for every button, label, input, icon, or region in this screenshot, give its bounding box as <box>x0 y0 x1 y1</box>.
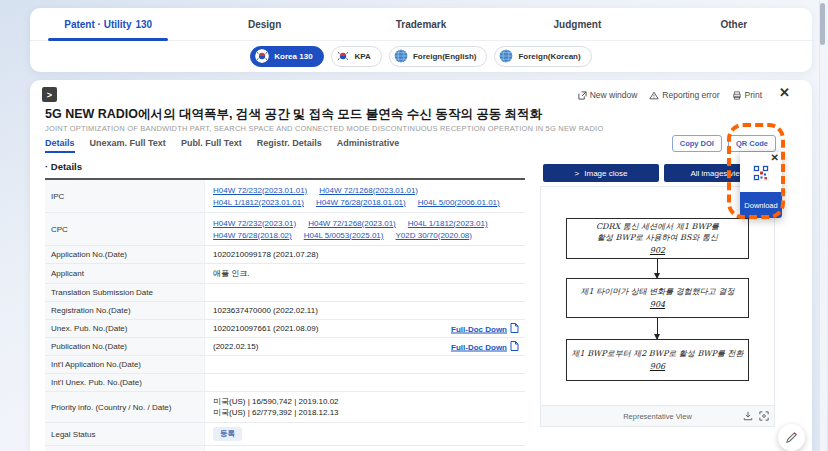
top-tab-trademark[interactable]: Trademark <box>343 8 499 40</box>
classification-link[interactable]: H04W 72/232(2023.01) <box>213 219 296 228</box>
classification-link[interactable]: H04W 72/1268(2023.01) <box>308 219 396 228</box>
row-label: Translation Submission Date <box>45 284 205 301</box>
flow-text-line: 활성 BWP로 사용하여 BS와 통신 <box>597 232 718 243</box>
table-row: Translation Submission Date <box>45 284 525 302</box>
classification-link[interactable]: H04W 76/28(2018.02) <box>213 231 292 240</box>
feedback-edit-button[interactable] <box>778 424 805 451</box>
image-close-button[interactable]: > Image close <box>543 164 659 182</box>
copy-doi-button[interactable]: Copy DOI <box>672 135 722 152</box>
classification-link[interactable]: H04L 5/00(2006.01.01) <box>418 198 500 207</box>
classification-links: H04W 72/232(2023.01.01)H04W 72/1268(2023… <box>213 186 517 207</box>
patent-detail-card: > New window Reporting error Print ✕ 5G … <box>30 80 812 451</box>
search-type-card: Patent · Utility130DesignTrademarkJudgme… <box>30 8 812 72</box>
flow-text-line: 제1 BWP로부터 제2 BWP로 활성 BWP를 전환 <box>572 348 744 359</box>
globe-icon <box>394 49 408 63</box>
header-actions: New window Reporting error Print <box>578 90 762 100</box>
priority-line: 미국(US) | 16/590,742 | 2019.10.02 <box>213 396 517 407</box>
chevron-right-icon: > <box>575 169 580 178</box>
doc-utility-buttons: Copy DOI QR Code <box>672 135 776 152</box>
table-row: IPCH04W 72/232(2023.01.01)H04W 72/1268(2… <box>45 180 525 213</box>
tab-administrative[interactable]: Administrative <box>337 138 400 153</box>
row-value: H04W 72/232(2023.01)H04W 72/1268(2023.01… <box>205 213 525 245</box>
pill-foreign-korean-[interactable]: Foreign(Korean) <box>494 46 591 67</box>
pill-foreign-english-[interactable]: Foreign(English) <box>389 46 488 67</box>
row-label: Applicant <box>45 264 205 283</box>
classification-link[interactable]: H04L 1/1812(2023.01) <box>408 219 488 228</box>
reporting-error-label: Reporting error <box>662 90 719 100</box>
row-label: IPC <box>45 180 205 212</box>
row-value: 1023637470000 (2022.02.11) <box>205 302 525 319</box>
globe-icon <box>499 49 513 63</box>
qr-download-button[interactable]: Download <box>740 192 782 218</box>
top-tab-design[interactable]: Design <box>186 8 342 40</box>
tab-details[interactable]: Details <box>45 138 75 153</box>
row-value <box>205 284 525 301</box>
full-doc-down-link[interactable]: Full-Doc Down <box>451 340 519 353</box>
top-tab-label: Trademark <box>396 19 447 30</box>
external-link-icon <box>578 91 587 100</box>
tab-registr-details[interactable]: Registr. Details <box>257 138 322 153</box>
top-tab-label: Patent · Utility <box>64 19 131 30</box>
full-doc-down-link[interactable]: Full-Doc Down <box>451 322 519 335</box>
row-value <box>205 374 525 391</box>
qr-popup-close-button[interactable]: ✕ <box>771 152 779 163</box>
classification-link[interactable]: H04W 72/1268(2023.01.01) <box>319 186 418 195</box>
pill-kpa[interactable]: KPA <box>331 46 382 67</box>
flow-step-number: 902 <box>650 245 665 256</box>
classification-link[interactable]: H04W 72/232(2023.01.01) <box>213 186 307 195</box>
tab-unexam-full-text[interactable]: Unexam. Full Text <box>90 138 166 153</box>
classification-link[interactable]: H04W 76/28(2018.01.01) <box>316 198 406 207</box>
qr-code-button[interactable]: QR Code <box>728 135 776 152</box>
row-value: 등록 <box>205 423 525 445</box>
document-icon <box>510 322 519 335</box>
new-window-button[interactable]: New window <box>578 90 638 100</box>
row-label: CPC <box>45 213 205 245</box>
row-value <box>205 356 525 373</box>
qr-code-popup: ✕ Download <box>740 152 782 218</box>
print-button[interactable]: Print <box>732 90 762 100</box>
top-tab-other[interactable]: Other <box>656 8 812 40</box>
classification-links: H04W 72/232(2023.01)H04W 72/1268(2023.01… <box>213 219 517 240</box>
close-detail-button[interactable]: ✕ <box>779 86 790 99</box>
classification-link[interactable]: Y02D 30/70(2020.08) <box>395 231 472 240</box>
details-table: IPCH04W 72/232(2023.01.01)H04W 72/1268(2… <box>45 178 525 451</box>
page-scrollbar-track[interactable] <box>819 0 827 451</box>
table-row: Int'l Application No.(Date) <box>45 356 525 374</box>
row-value: 애플 인크. <box>205 264 525 283</box>
download-image-icon[interactable] <box>743 411 753 421</box>
flow-step-number: 906 <box>650 361 665 372</box>
table-row: Publication No.(Date)(2022.02.15)Full-Do… <box>45 338 525 356</box>
page-scrollbar-thumb[interactable] <box>820 3 825 45</box>
table-row: Examination Status등록결정(일반) <box>45 446 525 451</box>
table-row: Applicant애플 인크. <box>45 264 525 284</box>
top-tab-count: 130 <box>135 19 152 30</box>
flow-arrow-down <box>657 259 658 278</box>
search-type-tabs: Patent · Utility130DesignTrademarkJudgme… <box>30 8 812 41</box>
top-tab-judgment[interactable]: Judgment <box>499 8 655 40</box>
expand-image-icon[interactable] <box>759 411 769 421</box>
tab-publ-full-text[interactable]: Publ. Full Text <box>181 138 242 153</box>
qr-code-image <box>753 165 769 181</box>
pill-korea[interactable]: Korea 130 <box>250 46 323 67</box>
representative-view-label: Representative View <box>623 412 692 421</box>
document-icon <box>510 340 519 353</box>
detail-section-tabs: DetailsUnexam. Full TextPubl. Full TextR… <box>45 138 399 153</box>
row-value: 미국(US) | 16/590,742 | 2019.10.02미국(US) |… <box>205 392 525 422</box>
row-label: Legal Status <box>45 423 205 445</box>
top-tab-patent-utility[interactable]: Patent · Utility130 <box>30 8 186 40</box>
new-window-label: New window <box>590 90 638 100</box>
flow-arrow-down <box>657 318 658 339</box>
collection-pills: Korea 130KPAForeign(English)Foreign(Kore… <box>30 41 812 71</box>
row-label: Publication No.(Date) <box>45 338 205 355</box>
collapse-panel-button[interactable]: > <box>42 87 57 102</box>
print-icon <box>732 91 742 100</box>
classification-link[interactable]: H04L 1/1812(2023.01.01) <box>213 198 304 207</box>
priority-line: 미국(US) | 62/779,392 | 2018.12.13 <box>213 407 517 418</box>
table-row: Legal Status등록 <box>45 423 525 446</box>
reporting-error-button[interactable]: Reporting error <box>649 90 719 100</box>
top-tab-label: Other <box>720 19 747 30</box>
row-label: Application No.(Date) <box>45 246 205 263</box>
row-value: 등록결정(일반) <box>205 446 525 451</box>
row-label: Int'l Unex. Pub. No.(Date) <box>45 374 205 391</box>
classification-link[interactable]: H04L 5/0053(2025.01) <box>304 231 384 240</box>
